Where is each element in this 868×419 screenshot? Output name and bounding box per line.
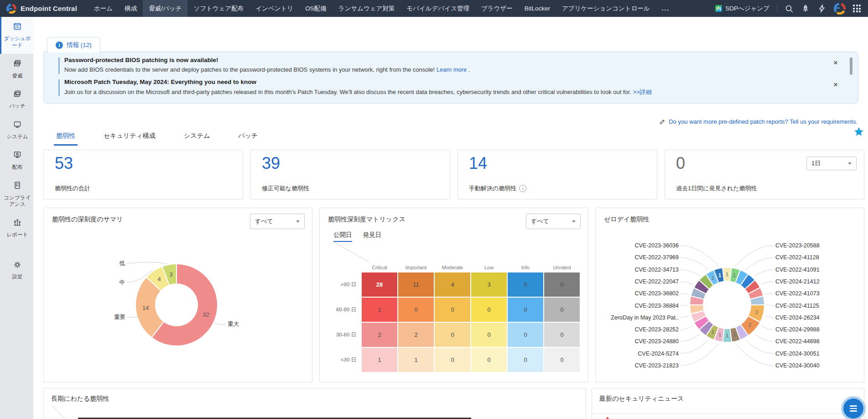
cve-label[interactable]: CVE-2024-29988 [775,326,820,333]
matrix-cell[interactable]: 0 [508,323,543,347]
nav-item[interactable]: インベントリ [249,0,299,17]
view-tab-システム[interactable]: システム [182,132,212,146]
nav-item[interactable]: ブラウザー [475,0,519,17]
cve-label[interactable]: CVE-2023-36036 [634,242,679,249]
severity-donut-chart[interactable]: 321443低中重要重大 [44,226,312,382]
matrix-cell[interactable]: 0 [471,348,507,372]
sidebar-item-report[interactable]: レポート [0,213,33,243]
notification-title: Microsoft Patch Tuesday, May 2024: Every… [64,79,821,85]
view-tab-セキュリティ構成[interactable]: セキュリティ構成 [101,132,158,146]
cve-label[interactable]: CVE-2022-44698 [775,338,820,345]
nav-item[interactable]: 構成 [119,0,143,17]
sidebar-item-dashboard[interactable]: ダッシュボード [0,17,33,54]
quick-actions-zap-icon[interactable] [817,4,826,13]
matrix-cell[interactable]: 3 [471,272,507,297]
nav-item[interactable]: モバイルデバイス管理 [400,0,475,17]
matrix-cell[interactable]: 2 [362,323,397,347]
favorite-star-icon[interactable] [853,126,864,137]
cve-label[interactable]: CVE-2022-22047 [634,278,679,285]
user-avatar[interactable] [834,3,846,15]
cve-label[interactable]: CVE-2023-36802 [634,290,679,297]
matrix-cell[interactable]: 0 [508,298,543,322]
cve-label[interactable]: CVE-2024-30040 [775,362,820,369]
sidebar-item-patch[interactable]: パッチ [0,84,33,115]
matrix-cell[interactable]: 0 [435,298,470,322]
cve-label[interactable]: CVE-2022-41128 [775,254,819,261]
cve-label[interactable]: CVE-2022-41073 [775,290,820,297]
notification-link[interactable]: >>詳細 [633,89,652,95]
matrix-cell[interactable]: 0 [435,323,470,347]
info-banner-tab[interactable]: i 情報 (12) [47,37,100,52]
matrix-cell[interactable]: 0 [544,272,580,297]
nav-item[interactable]: OS配備 [299,0,333,17]
nav-item[interactable]: ランサムウェア対策 [333,0,401,17]
nav-more-button[interactable]: ... [656,0,676,17]
whats-new-rocket-icon[interactable] [801,4,810,13]
matrix-cell[interactable]: 4 [435,272,470,297]
nav-item[interactable]: ソフトウェア配布 [187,0,249,17]
matrix-cell[interactable]: 11 [398,272,434,297]
matrix-cell[interactable]: 0 [544,348,580,372]
matrix-filter-value: すべて [531,217,549,225]
close-icon[interactable]: ✕ [832,80,840,89]
cve-label[interactable]: CVE-2023-21823 [634,362,679,369]
sdp-jump-link[interactable]: SDPへジャンプ [715,5,769,13]
matrix-cell[interactable]: 0 [544,323,580,347]
matrix-cell[interactable]: 0 [435,348,470,372]
matrix-cell[interactable]: 0 [508,272,543,297]
view-tab-脆弱性[interactable]: 脆弱性 [54,132,78,146]
sidebar-item-threat[interactable]: 脅威 [0,54,33,84]
notification-item: Microsoft Patch Tuesday, May 2024: Every… [58,79,821,96]
matrix-tab-発見日[interactable]: 発見日 [363,231,382,242]
matrix-cell[interactable]: 1 [362,298,397,322]
matrix-cell[interactable]: 1 [398,348,434,372]
patch-reports-prompt-link[interactable]: Do you want more pre-defined patch repor… [659,118,858,125]
cve-label[interactable]: CVE-2024-5274 [638,351,679,357]
nav-item[interactable]: BitLocker [519,0,556,17]
info-icon[interactable]: i [519,185,526,192]
nav-item[interactable]: ホーム [88,0,119,17]
cve-label[interactable]: CVE-2022-34713 [634,267,679,273]
sidebar-item-compliance[interactable]: コンプライアンス [0,176,33,213]
matrix-cell[interactable]: 0 [544,298,580,322]
period-select-value: 1日 [811,159,821,168]
stat-value: 0 [676,154,685,173]
cve-label[interactable]: CVE-2023-24880 [634,338,679,345]
nav-item[interactable]: 脅威/パッチ [143,0,187,17]
brand[interactable]: Endpoint Central [0,4,88,14]
sdp-jump-label: SDPへジャンプ [725,5,769,13]
matrix-cell[interactable]: 28 [362,272,397,297]
matrix-cell[interactable]: 0 [471,298,507,322]
cve-label[interactable]: CVE-2024-26234 [775,314,820,321]
banner-scrollbar[interactable] [850,58,852,75]
nav-item[interactable]: アプリケーションコントロール [556,0,656,17]
search-icon[interactable] [785,4,794,13]
period-select[interactable]: 1日 [806,157,857,170]
cve-label[interactable]: CVE-2023-28252 [634,326,679,333]
close-icon[interactable]: ✕ [832,58,840,67]
sidebar-item-system[interactable]: システム [0,115,33,146]
cve-label[interactable]: CVE-2024-21412 [775,278,820,285]
donut-value: 4 [157,276,161,283]
chat-fab-button[interactable] [843,398,863,419]
sidebar-item-settings[interactable]: 設定 [0,255,33,286]
cve-label[interactable]: CVE-2023-20588 [775,242,820,249]
apps-grid-icon[interactable] [853,5,861,12]
cve-label[interactable]: CVE-2024-30051 [775,351,820,357]
cve-label[interactable]: CVE-2023-36884 [634,303,679,309]
matrix-cell[interactable]: 2 [398,323,434,347]
matrix-cell[interactable]: 1 [362,348,397,372]
cve-label[interactable]: CVE-2022-37969 [634,254,679,261]
cve-label[interactable]: CVE-2022-41125 [775,303,819,309]
matrix-cell[interactable]: 0 [471,323,507,347]
view-tab-パッチ[interactable]: パッチ [236,132,260,146]
matrix-tab-公開日[interactable]: 公開日 [333,231,352,242]
cve-label[interactable]: CVE-2022-41091 [775,267,820,273]
matrix-cell[interactable]: 0 [508,348,543,372]
sidebar-item-deployment[interactable]: 配布 [0,145,33,176]
matrix-filter-select[interactable]: すべて [526,214,581,229]
matrix-cell[interactable]: 0 [398,298,434,322]
cve-label[interactable]: ZeroDay in May 2023 Pat.. [611,314,679,321]
notification-link[interactable]: Learn more [437,66,467,73]
zeroday-donut-chart[interactable]: 1122111111CVE-2023-36036CVE-2022-37969CV… [596,226,864,382]
